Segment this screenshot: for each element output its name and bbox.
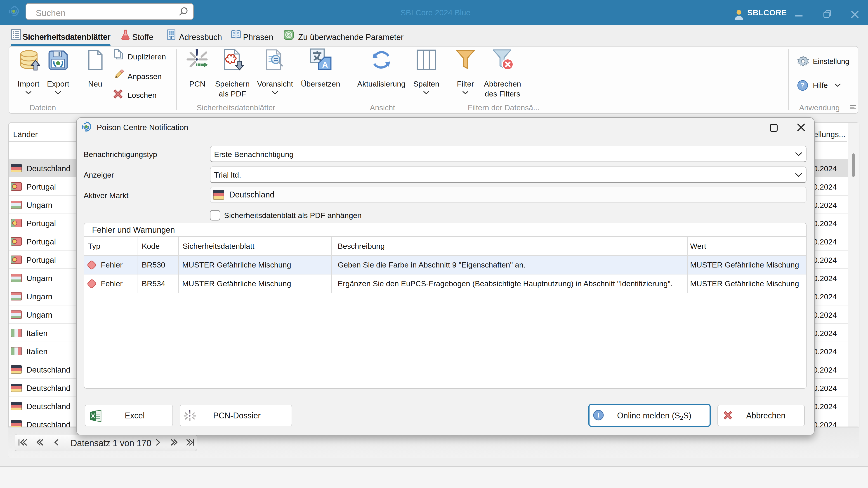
svg-text:i: i (597, 412, 599, 419)
svg-text:?: ? (801, 81, 805, 89)
svg-text:A: A (322, 60, 328, 69)
